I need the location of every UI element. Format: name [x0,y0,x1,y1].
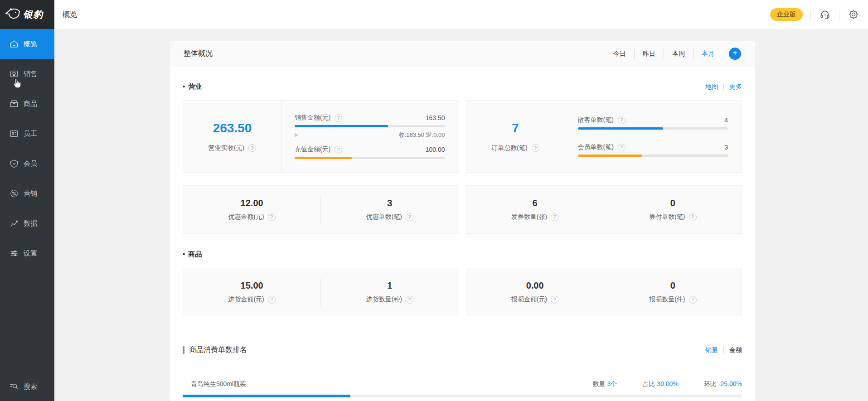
stat-value: 1 [387,280,392,291]
filter-this-week[interactable]: 本周 [664,49,693,59]
sliders-icon [9,248,19,258]
tab-amount[interactable]: 金额 [729,346,742,354]
business-hero-row: 263.50 营业实收(元) ? 销售金额(元) ? 163.50 [183,100,742,173]
recharge-amount-row: 充值金额(元) ? 100.00 [295,145,445,154]
stat-value: 12.00 [241,198,263,208]
stat-label: 报损数量(件)? [649,295,696,304]
guest-orders-value: 4 [724,116,728,124]
orders-summary: 7 订单总数(笔) ? [466,101,565,172]
loss-stat-card: 0.00 报损金额(元)? 0 报损数量(件)? [466,268,742,316]
help-icon[interactable]: ? [335,146,342,154]
headset-icon [819,9,831,20]
sidebar-item-label: 概览 [24,40,37,48]
id-badge-icon [9,129,19,139]
stat-label: 券付单数(笔)? [649,213,696,221]
ranking-progress-bar [183,395,742,397]
stat-label: 进货数量(种)? [366,295,413,304]
sales-icon [9,69,19,79]
guest-orders-label: 散客单数(笔) ? [578,116,626,124]
sidebar-item-products[interactable]: 商品 [0,89,54,119]
sidebar-item-staff[interactable]: 员工 [0,119,54,149]
member-orders-value: 3 [724,144,728,151]
divider [723,84,724,90]
sidebar-item-label: 销售 [24,70,37,78]
recharge-amount-bar [295,157,445,159]
filter-yesterday[interactable]: 昨日 [634,49,664,59]
stat-value: 0 [670,280,675,291]
sidebar-item-overview[interactable]: 概览 [0,29,54,59]
more-link[interactable]: 更多 [729,83,742,91]
business-stat-row: 12.00 优惠金额(元)? 3 优惠单数(笔)? 6 发券数量(张)? [183,185,742,234]
filter-today[interactable]: 今日 [605,49,634,59]
help-icon[interactable]: ? [689,296,697,304]
stat-cell-loss-count: 0 报损数量(件)? [604,280,742,304]
sidebar-item-label: 员工 [24,130,37,138]
support-headset-button[interactable] [819,8,831,21]
stat-cell-purchase-count: 1 进货数量(种)? [321,280,458,304]
date-filters: 今日 昨日 本周 本月 + [605,48,741,60]
map-link[interactable]: 地图 [705,83,718,91]
sales-amount-value: 163.50 [426,114,445,121]
help-icon[interactable]: ? [618,116,626,124]
member-orders-label: 会员单数(笔) ? [578,143,626,151]
help-icon[interactable]: ? [618,144,626,151]
stat-cell-discount-orders: 3 优惠单数(笔)? [321,198,458,221]
stat-cell-loss-amount: 0.00 报损金额(元)? [466,280,604,304]
edition-badge[interactable]: 企业版 [770,8,803,21]
sidebar-item-label: 商品 [24,100,37,108]
home-icon [9,39,19,49]
sidebar: 银豹 概览 销售 商品 员工 会员 营销 [0,0,54,401]
add-filter-button[interactable]: + [729,48,741,60]
orders-value: 7 [512,121,519,135]
recharge-amount-label: 充值金额(元) ? [295,145,342,154]
help-icon[interactable]: ? [406,296,413,304]
bullet: • [183,250,185,258]
stat-label: 优惠单数(笔)? [366,213,413,221]
divider [810,10,811,19]
ranking-title: 商品消费单数排名 [183,345,247,355]
panel-body: •营业 地图 更多 263.50 营业实收(元) ? [170,82,755,397]
stat-label: 优惠金额(元)? [228,213,275,221]
app-logo[interactable]: 银豹 [0,0,54,29]
help-icon[interactable]: ? [532,144,539,152]
sidebar-item-members[interactable]: 会员 [0,149,54,179]
tab-sales-volume[interactable]: 销量 [705,346,718,354]
ranking-tabs: 销量 金额 [705,346,742,354]
recharge-amount-value: 100.00 [426,146,445,153]
stat-value: 3 [387,198,392,208]
business-section-head: •营业 地图 更多 [183,82,742,91]
title-marker [183,346,184,354]
orders-card: 7 订单总数(笔) ? 散客单数(笔) ? 4 [466,100,742,173]
panel-header: 整体概况 今日 昨日 本周 本月 + [170,41,755,67]
quantity-stat: 数量3个 [593,380,617,388]
help-icon[interactable]: ? [551,213,558,221]
stat-cell-purchase-amount: 15.00 进货金额(元)? [183,280,320,304]
sidebar-item-label: 数据 [24,219,37,228]
stat-cell-coupons-issued: 6 发券数量(张)? [466,198,604,221]
help-icon[interactable]: ? [551,296,558,304]
sidebar-item-sales[interactable]: 销售 [0,59,54,89]
help-icon[interactable]: ? [248,144,256,152]
settings-button[interactable] [847,8,860,21]
gear-icon [848,9,859,20]
help-icon[interactable]: ? [689,213,697,221]
sidebar-item-settings[interactable]: 设置 [0,238,54,268]
sidebar-item-marketing[interactable]: 营销 [0,179,54,208]
expand-icon[interactable] [295,133,298,137]
sidebar-item-search[interactable]: 搜索 [0,374,54,399]
logo-text: 银豹 [23,8,43,21]
filter-this-month[interactable]: 本月 [693,49,723,59]
stat-label: 报损金额(元)? [511,295,558,304]
help-icon[interactable]: ? [406,213,413,221]
divider [723,347,724,353]
ranking-header: 商品消费单数排名 销量 金额 [183,345,742,355]
ranking-item[interactable]: 青岛纯生500ml瓶装 数量3个 占比30.00% 环比-25.00% [183,380,742,397]
sidebar-item-data[interactable]: 数据 [0,208,54,238]
help-icon[interactable]: ? [268,213,276,221]
trend-stat: 环比-25.00% [704,380,742,388]
help-icon[interactable]: ? [268,296,276,304]
stat-label: 发券数量(张)? [511,213,558,221]
help-icon[interactable]: ? [335,114,342,122]
member-shield-icon [9,159,19,169]
sales-amount-bar [295,125,445,127]
